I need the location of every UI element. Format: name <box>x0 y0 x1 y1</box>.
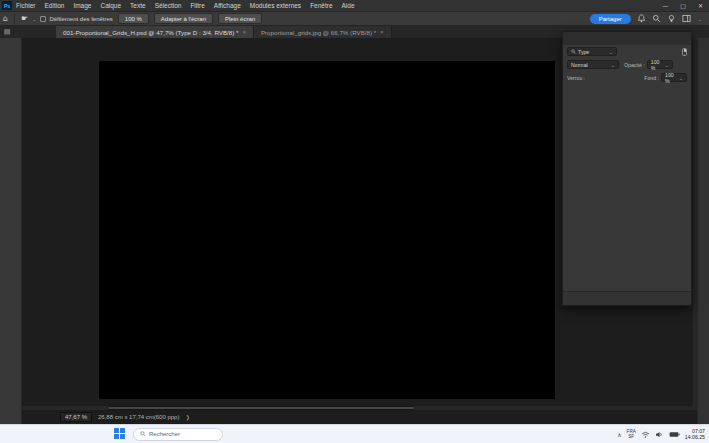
canvas[interactable] <box>99 61 555 399</box>
fill-label: Fond : <box>644 75 659 81</box>
workspace-switcher-icon[interactable] <box>682 14 691 23</box>
taskbar-search-label: Rechercher <box>149 431 180 437</box>
menu-item-fenêtre[interactable]: Fenêtre <box>310 2 332 9</box>
lock-row: Verrou : Fond : 100 % ⌄ <box>563 71 691 84</box>
status-menu-caret[interactable]: ❯ <box>185 414 190 420</box>
window-controls: —▢✕ <box>662 2 709 9</box>
menu-item-sélection[interactable]: Sélection <box>155 2 182 9</box>
discover-lightbulb-icon[interactable] <box>667 14 676 23</box>
layers-panel: Type ⌄ Normal ⌄ Opacité : 100 % ⌄ Verrou… <box>562 31 692 306</box>
notifications-bell-icon[interactable] <box>637 14 646 23</box>
menu-item-aide[interactable]: Aide <box>342 2 355 9</box>
taskbar-search[interactable]: Rechercher <box>133 428 223 441</box>
home-icon[interactable]: ⌂ <box>3 14 8 23</box>
document-dimensions: 26,88 cm x 17,74 cm(600 ppp) <box>98 414 179 420</box>
close-icon[interactable]: × <box>380 29 384 35</box>
chevron-down-icon[interactable]: ⌄ <box>32 16 36 22</box>
search-icon <box>571 49 576 54</box>
start-button[interactable] <box>114 428 127 441</box>
maximize-button[interactable]: ▢ <box>680 2 686 9</box>
panel-dock-strip <box>697 38 709 424</box>
chevron-down-icon[interactable]: ⌄ <box>698 16 702 22</box>
hand-tool-icon[interactable]: ☛ <box>21 14 28 23</box>
menu-item-calque[interactable]: Calque <box>100 2 121 9</box>
zoom-level-field[interactable]: 47,67 % <box>60 412 92 422</box>
horizontal-scrollbar[interactable] <box>22 406 693 410</box>
system-tray: ∧ FRASF 07:0714.06.25 <box>617 428 709 441</box>
document-tab-2[interactable]: Proportional_grids.jpg @ 66,7% (RVB/8) *… <box>254 26 392 38</box>
zoom-100-button[interactable]: 100 % <box>118 13 149 24</box>
taskbar-clock[interactable]: 07:0714.06.25 <box>685 428 705 441</box>
layers-list <box>563 84 691 291</box>
tab-spacer <box>14 26 56 38</box>
opacity-label: Opacité : <box>624 62 645 68</box>
menu-item-fichier[interactable]: Fichier <box>16 2 36 9</box>
photoshop-window: Ps FichierEditionImageCalqueTexteSélecti… <box>0 0 709 443</box>
fill-select[interactable]: 100 % ⌄ <box>661 73 687 82</box>
search-icon <box>140 431 146 437</box>
fit-screen-button[interactable]: Adapter à l'écran <box>154 13 213 24</box>
blend-mode-value: Normal <box>571 62 588 68</box>
lock-label: Verrou : <box>567 75 585 81</box>
opacity-value: 100 % <box>651 59 663 71</box>
tray-chevron-icon[interactable]: ∧ <box>617 431 621 438</box>
layer-search-field[interactable]: Type ⌄ <box>567 47 617 56</box>
blend-mode-select[interactable]: Normal ⌄ <box>567 60 619 69</box>
fill-value: 100 % <box>665 72 677 84</box>
battery-icon[interactable] <box>669 430 680 439</box>
vertical-scrollbar[interactable] <box>693 38 697 410</box>
proportional-grids-artwork <box>99 61 399 211</box>
close-icon[interactable]: × <box>242 29 246 35</box>
search-kind-label: Type <box>578 49 589 55</box>
search-icon[interactable] <box>652 14 661 23</box>
full-screen-button[interactable]: Plein écran <box>218 13 262 24</box>
filter-toggle-switch[interactable] <box>682 48 687 56</box>
divider <box>14 14 15 24</box>
menu-bar: FichierEditionImageCalqueTexteSélectionF… <box>16 2 355 9</box>
share-button[interactable]: Partager <box>590 14 631 24</box>
wifi-icon[interactable] <box>641 430 650 439</box>
scroll-all-windows-label: Défilement des fenêtres <box>49 16 112 22</box>
panel-tab-bar <box>563 32 691 45</box>
menu-item-affichage[interactable]: Affichage <box>214 2 241 9</box>
menu-item-image[interactable]: Image <box>73 2 91 9</box>
menu-item-edition[interactable]: Edition <box>45 2 65 9</box>
title-bar: Ps FichierEditionImageCalqueTexteSélecti… <box>0 0 709 12</box>
opacity-select[interactable]: 100 % ⌄ <box>647 60 673 69</box>
status-bar: 47,67 % 26,88 cm x 17,74 cm(600 ppp) ❯ <box>22 410 697 424</box>
menu-item-texte[interactable]: Texte <box>130 2 146 9</box>
windows-taskbar: Rechercher ∧ FRASF 07:0714.06.25 <box>0 424 709 443</box>
document-tab-1[interactable]: 001-Proportional_Grids_H.psd @ 47,7% (Ty… <box>56 26 254 38</box>
keyboard-language-indicator[interactable]: FRASF <box>627 429 636 440</box>
options-bar: ⌂ ☛ ⌄ Défilement des fenêtres 100 % Adap… <box>0 12 709 26</box>
layers-panel-actions <box>563 291 691 305</box>
layer-filter-row: Type ⌄ <box>563 45 691 58</box>
tools-panel <box>0 38 22 424</box>
close-button[interactable]: ✕ <box>698 2 703 9</box>
scroll-all-windows-checkbox[interactable] <box>40 16 46 22</box>
photoshop-app-icon: Ps <box>2 1 12 10</box>
menu-item-filtre[interactable]: Filtre <box>190 2 204 9</box>
document-tab-label: 001-Proportional_Grids_H.psd @ 47,7% (Ty… <box>63 29 238 36</box>
volume-icon[interactable] <box>655 430 664 439</box>
tab-overflow-icon[interactable]: ▤ <box>0 26 14 38</box>
minimize-button[interactable]: — <box>662 2 668 9</box>
menu-item-modules-externes[interactable]: Modules externes <box>250 2 301 9</box>
document-tab-label: Proportional_grids.jpg @ 66,7% (RVB/8) * <box>261 29 376 36</box>
blend-mode-row: Normal ⌄ Opacité : 100 % ⌄ <box>563 58 691 71</box>
